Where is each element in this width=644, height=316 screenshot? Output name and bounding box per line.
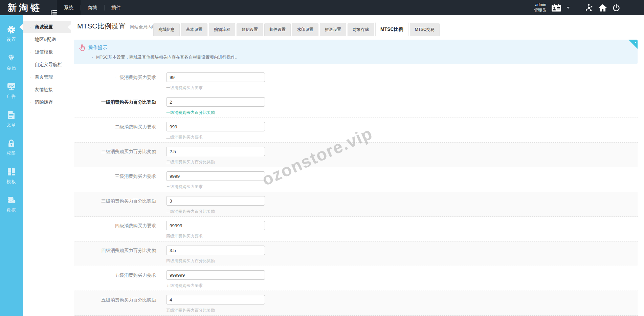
field-hint: 五级消费购买力百分比奖励 <box>166 308 265 313</box>
form-row: 一级消费购买力要求 一级消费购买力要求 <box>74 68 638 93</box>
tab[interactable]: 购物流程 <box>209 23 235 36</box>
bullet-dot: · <box>30 49 32 55</box>
tab[interactable]: 对象存储 <box>348 23 374 36</box>
bullet-dot: · <box>30 24 32 29</box>
user-role: 管理员 <box>534 8 546 13</box>
field-label: 三级消费购买力要求 <box>74 171 166 192</box>
sidebar-item[interactable]: 模板 <box>0 163 23 189</box>
sidebar-item[interactable]: AD 广告 <box>0 78 23 104</box>
notice-body: ·MTSC基本设置，商城及其他模块相关内容在其各自栏目设置项内进行操作。 <box>79 55 623 60</box>
field-input[interactable] <box>166 196 265 206</box>
field-label: 五级消费购买力要求 <box>74 270 166 291</box>
svg-text:AD: AD <box>9 84 14 87</box>
field-input[interactable] <box>166 122 265 131</box>
lock-icon <box>7 139 16 148</box>
top-nav-item[interactable]: 系统 <box>57 0 81 15</box>
submenu-item-label: 短信模板 <box>35 49 53 55</box>
settings-form: 一级消费购买力要求 一级消费购买力要求 一级消费购买力百分比奖励 一级消费购买力… <box>74 68 638 316</box>
bullet-dot: · <box>30 62 32 67</box>
field-hint: 四级消费购买力要求 <box>166 233 265 239</box>
field-input[interactable] <box>166 246 265 255</box>
top-nav-item[interactable]: 插件 <box>104 0 128 15</box>
submenu-sidebar: ·商城设置 ·地区&配送 ·短信模板 ·自定义导航栏 ·首页管理 <box>23 15 71 316</box>
form-row: 二级消费购买力要求 二级消费购买力要求 <box>74 118 638 143</box>
field-label: 三级消费购买力百分比奖励 <box>74 196 166 216</box>
tab[interactable]: 基本设置 <box>181 23 207 36</box>
sidebar-item[interactable]: 数据 <box>0 191 23 217</box>
article-icon <box>7 110 16 120</box>
sidebar-item[interactable]: 会员 <box>0 49 23 75</box>
gear-icon <box>7 25 16 34</box>
field-label: 四级消费购买力百分比奖励 <box>74 246 166 266</box>
home-icon[interactable] <box>598 4 607 12</box>
tab[interactable]: 水印设置 <box>292 23 318 36</box>
submenu-item[interactable]: ·自定义导航栏 <box>23 58 71 71</box>
tab[interactable]: 邮件设置 <box>264 23 291 36</box>
sidebar-item[interactable]: 文章 <box>0 106 23 132</box>
page-header: MTSC比例设置 网站全局内容比例设置 商城信息 基本设置 购物流程 短信设置 … <box>71 15 644 36</box>
form-row: 四级消费购买力百分比奖励 四级消费购买力百分比奖励 <box>74 241 638 266</box>
form-row: 五级消费购买力百分比奖励 五级消费购买力百分比奖励 <box>74 291 638 316</box>
top-nav-item[interactable]: 商城 <box>81 0 104 15</box>
caret-down-icon[interactable] <box>567 7 570 9</box>
id-card-icon[interactable] <box>551 4 561 12</box>
sidebar-item-label: 模板 <box>7 179 16 185</box>
power-icon[interactable] <box>612 4 620 12</box>
notice-title: 操作提示 <box>88 45 107 51</box>
form-row: 二级消费购买力百分比奖励 二级消费购买力百分比奖励 <box>74 143 638 167</box>
field-input[interactable] <box>166 221 265 230</box>
sidebar-item-label: 设置 <box>7 37 16 43</box>
field-input[interactable] <box>166 171 265 181</box>
field-hint: 三级消费购买力要求 <box>166 184 265 190</box>
bullet-dot: · <box>30 87 32 92</box>
tab[interactable]: 推送设置 <box>320 23 346 36</box>
bullet-dot: · <box>30 75 32 80</box>
field-label: 五级消费购买力百分比奖励 <box>74 295 166 315</box>
field-input[interactable] <box>166 270 265 280</box>
page-title: MTSC比例设置 <box>77 21 126 31</box>
main-content: MTSC比例设置 网站全局内容比例设置 商城信息 基本设置 购物流程 短信设置 … <box>71 15 644 316</box>
field-input[interactable] <box>166 72 265 82</box>
user-info[interactable]: admin 管理员 <box>534 2 546 13</box>
tab[interactable]: MTSC交易 <box>410 23 440 36</box>
field-label: 四级消费购买力要求 <box>74 221 166 241</box>
sidebar-item[interactable]: 权限 <box>0 134 23 161</box>
field-hint: 一级消费购买力要求 <box>166 85 265 91</box>
field-input[interactable] <box>166 97 265 107</box>
field-input[interactable] <box>166 147 265 156</box>
tab[interactable]: MTSC比例 <box>375 22 408 36</box>
template-icon <box>7 167 16 176</box>
sidebar-item-label: 权限 <box>7 150 16 156</box>
tab[interactable]: 短信设置 <box>237 23 263 36</box>
field-input[interactable] <box>166 295 265 304</box>
submenu-item-label: 自定义导航栏 <box>35 62 62 67</box>
sidebar-item-label: 广告 <box>7 93 16 100</box>
topbar: 新淘链 系统 商城 插件 admin 管理员 <box>0 0 644 15</box>
notice-collapse-icon[interactable]: - <box>628 40 638 49</box>
diamond-icon <box>7 54 16 63</box>
user-name: admin <box>534 2 546 8</box>
submenu-item[interactable]: ·友情链接 <box>23 83 71 96</box>
tab[interactable]: 商城信息 <box>153 23 180 36</box>
submenu-item[interactable]: ·短信模板 <box>23 46 71 58</box>
field-hint: 二级消费购买力百分比奖励 <box>166 159 265 165</box>
field-hint: 三级消费购买力百分比奖励 <box>166 209 265 214</box>
share-icon[interactable] <box>584 3 593 12</box>
form-row: 一级消费购买力百分比奖励 一级消费购买力百分比奖励 <box>74 93 638 118</box>
notice-box: - 操作提示 ·MTSC基本设置，商城及其他模块相关内容在其各自栏目设置项内进行… <box>74 40 638 64</box>
top-nav: 系统 商城 插件 <box>57 0 128 15</box>
submenu-item[interactable]: ·地区&配送 <box>23 33 71 46</box>
field-hint: 一级消费购买力百分比奖励 <box>166 110 265 115</box>
submenu-item[interactable]: ·商城设置 <box>23 21 71 33</box>
submenu-item-label: 首页管理 <box>35 75 53 80</box>
topbar-right: admin 管理员 <box>534 0 644 15</box>
form-row: 四级消费购买力要求 四级消费购买力要求 <box>74 217 638 241</box>
submenu-item[interactable]: ·首页管理 <box>23 71 71 83</box>
menu-fold-icon[interactable] <box>51 10 57 15</box>
sidebar-item-label: 数据 <box>7 207 16 213</box>
submenu-item-label: 商城设置 <box>35 24 53 29</box>
bullet-dot: · <box>30 37 32 42</box>
submenu-item[interactable]: ·清除缓存 <box>23 96 71 108</box>
bullet-dot: · <box>92 55 93 60</box>
form-row: 五级消费购买力要求 五级消费购买力要求 <box>74 266 638 291</box>
